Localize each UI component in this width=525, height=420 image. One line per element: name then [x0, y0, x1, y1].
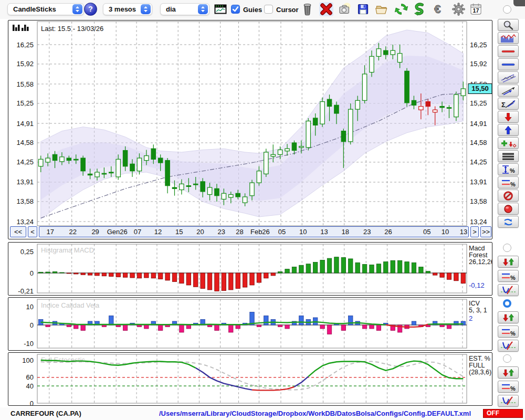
- save-button[interactable]: [356, 2, 370, 16]
- sync-button[interactable]: [498, 216, 519, 228]
- cursor-checkbox[interactable]: [264, 5, 273, 14]
- svg-text:%: %: [510, 330, 516, 337]
- scroll-fast-left-button[interactable]: <<: [10, 226, 26, 237]
- curve-compare-icon: [499, 341, 517, 351]
- snapshot-icon: [338, 2, 352, 16]
- help-button[interactable]: ?: [84, 3, 97, 16]
- trendline-button[interactable]: [498, 85, 519, 97]
- interval-select[interactable]: dia: [160, 3, 209, 15]
- period-select[interactable]: 3 mesos: [103, 3, 152, 15]
- scroll-left-button[interactable]: <: [28, 226, 37, 237]
- measure-percent-button[interactable]: %: [498, 163, 519, 175]
- add-marker-button[interactable]: [498, 137, 519, 149]
- save-icon: [356, 2, 370, 16]
- svg-text:16,25: 16,25: [470, 41, 487, 49]
- svg-text:13,58: 13,58: [16, 197, 34, 205]
- icv-arrows-button[interactable]: [498, 311, 519, 323]
- delete-x-icon: [319, 2, 333, 16]
- date-axis[interactable]: 172229Gen26071215202328Feb26051013182326…: [39, 226, 469, 237]
- svg-text:13,91: 13,91: [470, 178, 487, 186]
- red-line-button[interactable]: [498, 45, 519, 57]
- euro-icon: €: [430, 2, 445, 16]
- guies-checkbox[interactable]: [231, 5, 240, 14]
- date-tick: 18: [335, 228, 356, 236]
- icv-curve-button[interactable]: [498, 340, 519, 352]
- trendline-icon: [499, 86, 517, 96]
- percent-lines-button[interactable]: %: [498, 176, 519, 188]
- add-marker-icon: [499, 138, 517, 149]
- status-bar: CARREFOUR (CA.PA) /Users/mserra/Library/…: [0, 407, 525, 420]
- indicator-chart-icon: [499, 33, 517, 44]
- svg-text:26,12,26: 26,12,26: [469, 258, 492, 266]
- calendar-button[interactable]: 17: [469, 2, 483, 16]
- icv-percent-lines-button[interactable]: %: [498, 326, 519, 338]
- trash-icon: [300, 2, 314, 16]
- icv-panel-radio[interactable]: [503, 299, 511, 308]
- arrow-down-red-button[interactable]: [498, 111, 519, 123]
- forbid-icon: [499, 191, 517, 201]
- svg-text:60: 60: [26, 373, 34, 381]
- svg-text:13,24: 13,24: [470, 218, 487, 226]
- guies-label: Guies: [243, 6, 262, 14]
- interval-value: dia: [161, 5, 197, 13]
- macd-panel-radio[interactable]: [503, 244, 511, 252]
- tool-sidebar: Σ: [496, 0, 525, 420]
- svg-text:%: %: [510, 167, 515, 174]
- channel-button[interactable]: [498, 71, 519, 83]
- arrow-up-blue-button[interactable]: [498, 124, 519, 136]
- chart-type-select[interactable]: CandleSticks: [7, 3, 84, 15]
- svg-text:%: %: [510, 385, 516, 392]
- stochastic-panel-radio[interactable]: [503, 354, 511, 363]
- svg-text:15,25: 15,25: [16, 99, 34, 107]
- macd-arrows-button[interactable]: [498, 256, 519, 268]
- chart-type-value: CandleSticks: [8, 5, 71, 13]
- open-button[interactable]: [374, 2, 388, 16]
- histogram-mini-icon: [13, 25, 29, 31]
- undo-button[interactable]: [412, 2, 426, 16]
- svg-text:€: €: [434, 3, 441, 16]
- blue-line-button[interactable]: [498, 58, 519, 70]
- svg-text:14,58: 14,58: [470, 139, 487, 146]
- percent-lines-icon: %: [499, 177, 517, 188]
- date-tick: 13: [453, 228, 469, 236]
- main-chart-panel: 16,2516,2515,9215,9215,5815,5815,2515,25…: [8, 20, 492, 239]
- svg-text:17: 17: [473, 7, 479, 14]
- euro-button[interactable]: €: [430, 2, 445, 16]
- sigma-trendline-button[interactable]: Σ: [498, 98, 519, 110]
- main-chart-canvas[interactable]: 16,2516,2515,9215,9215,5815,5815,2515,25…: [8, 20, 492, 227]
- delete-button[interactable]: [319, 2, 333, 16]
- chart-config-button[interactable]: [214, 4, 227, 14]
- list-rows-icon: [499, 151, 517, 162]
- red-line-icon: [499, 46, 517, 57]
- curve-compare-icon: [499, 396, 517, 406]
- list-rows-button[interactable]: [498, 150, 519, 162]
- stochastic-arrows-button[interactable]: [498, 366, 519, 379]
- trash-button[interactable]: [300, 2, 314, 16]
- date-tick: 28: [229, 228, 250, 236]
- svg-text:14,91: 14,91: [470, 120, 487, 128]
- refresh-button[interactable]: [394, 2, 408, 16]
- scroll-right-button[interactable]: >: [470, 226, 479, 237]
- scroll-fast-right-button[interactable]: >>: [480, 226, 491, 237]
- stochastic-percent-lines-button[interactable]: %: [498, 381, 519, 393]
- forbid-button[interactable]: [498, 190, 519, 202]
- svg-text:(28,3,6): (28,3,6): [469, 369, 491, 376]
- zoom-button[interactable]: [498, 19, 519, 31]
- macd-curve-button[interactable]: [498, 284, 519, 296]
- svg-text:13,91: 13,91: [16, 178, 34, 186]
- stochastic-curve-button[interactable]: [498, 395, 519, 407]
- date-axis-bar: << < 172229Gen26071215202328Feb260510131…: [9, 226, 491, 238]
- macd-percent-lines-button[interactable]: %: [498, 270, 519, 282]
- indicator-chart-button[interactable]: [498, 32, 519, 44]
- settings-gear-icon: [452, 2, 466, 16]
- svg-text:14,91: 14,91: [16, 120, 34, 128]
- snapshot-button[interactable]: [338, 2, 352, 16]
- settings-button[interactable]: [452, 2, 466, 16]
- chevron-updown-icon: [198, 4, 208, 14]
- record-button[interactable]: [498, 203, 519, 215]
- record-icon: [499, 204, 517, 214]
- top-radio[interactable]: [503, 5, 511, 14]
- cursor-label: Cursor: [276, 6, 299, 14]
- chevron-updown-icon: [141, 4, 151, 14]
- date-tick: 22: [62, 228, 83, 236]
